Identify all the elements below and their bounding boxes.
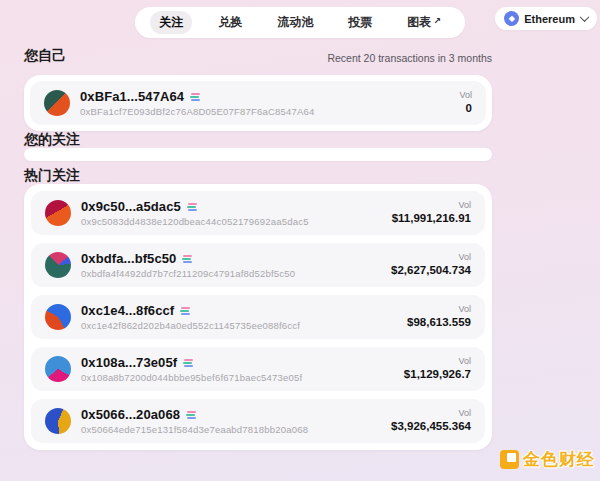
scan-icon[interactable] [190,93,200,101]
external-link-icon: ↗ [433,16,441,26]
transactions-note: Recent 20 transactions in 3 months [327,52,492,64]
volume-block: Vol $1,129,926.7 [404,356,471,382]
tab-charts[interactable]: 图表 ↗ [398,11,450,34]
account-avatar [45,200,71,226]
chevron-down-icon [580,12,590,22]
scan-icon[interactable] [183,359,193,367]
address-short: 0xc1e4...8f6ccf [81,303,174,318]
vol-label: Vol [391,408,471,419]
following-empty-bar [24,148,492,161]
address-short: 0xBFa1...547A64 [80,89,184,104]
account-avatar [45,356,71,382]
network-selector[interactable]: ◆ Ethereum [495,7,597,30]
golden-finance-logo-icon [500,450,519,469]
tab-label: 关注 [159,14,183,31]
watermark: 金色财经 [500,448,595,471]
popular-list: 0x9c50...a5dac5 0x9c5083dd4838e120dbeac4… [24,184,492,450]
vol-label: Vol [404,356,471,367]
account-row[interactable]: 0x5066...20a068 0x50664ede715e131f584d3e… [31,399,485,443]
address-full: 0x50664ede715e131f584d3e7eaabd7818bb20a0… [81,424,308,435]
address-full: 0xc1e42f862d202b4a0ed552c1145735ee088f6c… [81,320,300,331]
tab-vote[interactable]: 投票 [339,11,381,34]
tab-label: 流动池 [277,14,313,31]
account-row[interactable]: 0x108a...73e05f 0x108a8b7200d044bbbe95be… [31,347,485,391]
address-short: 0x5066...20a068 [81,407,180,422]
account-row[interactable]: 0xbdfa...bf5c50 0xbdfa4f4492dd7b7cf21120… [31,243,485,287]
account-row[interactable]: 0x9c50...a5dac5 0x9c5083dd4838e120dbeac4… [31,191,485,235]
address-block: 0xc1e4...8f6ccf 0xc1e42f862d202b4a0ed552… [81,303,300,331]
popular-section-title: 热门关注 [24,167,492,184]
tab-label: 图表 [407,14,431,31]
address-full: 0xBFa1cf7E093dBf2c76A8D05E07F87F6aC8547A… [80,106,314,117]
vol-value: $2,627,504.734 [391,263,471,277]
address-block: 0x108a...73e05f 0x108a8b7200d044bbbe95be… [81,355,302,383]
following-section-title: 您的关注 [24,131,492,148]
address-short: 0xbdfa...bf5c50 [81,251,176,266]
tab-label: 投票 [348,14,372,31]
vol-value: $98,613.559 [407,315,471,329]
scan-icon[interactable] [186,411,196,419]
vol-label: Vol [459,90,472,101]
ethereum-icon: ◆ [504,11,519,26]
volume-block: Vol $11,991,216.91 [392,200,471,226]
address-full: 0x9c5083dd4838e120dbeac44c052179692aa5da… [81,216,309,227]
self-section-header: 您自己 Recent 20 transactions in 3 months [24,47,492,64]
volume-block: Vol $2,627,504.734 [391,252,471,278]
network-label: Ethereum [524,13,575,25]
volume-block: Vol $3,926,455.364 [391,408,471,434]
scan-icon[interactable] [187,203,197,211]
vol-label: Vol [407,304,471,315]
vol-value: 0 [459,101,472,115]
volume-block: Vol 0 [459,90,472,116]
vol-value: $11,991,216.91 [392,211,471,225]
self-avatar [44,90,70,116]
volume-block: Vol $98,613.559 [407,304,471,330]
tab-pool[interactable]: 流动池 [268,11,322,34]
account-avatar [45,252,71,278]
tab-swap[interactable]: 兑换 [209,11,251,34]
address-short: 0x108a...73e05f [81,355,177,370]
watermark-text: 金色财经 [523,448,595,471]
page: 关注 兑换 流动池 投票 图表 ↗ ◆ Ethereum 您自己 Recent … [0,0,600,481]
address-block: 0xbdfa...bf5c50 0xbdfa4f4492dd7b7cf21120… [81,251,295,279]
account-row[interactable]: 0xc1e4...8f6ccf 0xc1e42f862d202b4a0ed552… [31,295,485,339]
address-full: 0xbdfa4f4492dd7b7cf211209c4791af8d52bf5c… [81,268,295,279]
self-account-row[interactable]: 0xBFa1...547A64 0xBFa1cf7E093dBf2c76A8D0… [30,81,486,125]
address-short: 0x9c50...a5dac5 [81,199,181,214]
content-column: 您自己 Recent 20 transactions in 3 months 0… [24,47,492,450]
tab-follow[interactable]: 关注 [150,11,192,34]
scan-icon[interactable] [180,307,190,315]
address-block: 0x5066...20a068 0x50664ede715e131f584d3e… [81,407,308,435]
address-block: 0x9c50...a5dac5 0x9c5083dd4838e120dbeac4… [81,199,309,227]
account-avatar [45,304,71,330]
vol-label: Vol [391,252,471,263]
main-nav: 关注 兑换 流动池 投票 图表 ↗ [135,7,465,38]
ethereum-diamond-glyph: ◆ [509,15,515,23]
vol-value: $3,926,455.364 [391,419,471,433]
address-full: 0x108a8b7200d044bbbe95bef6f671baec5473e0… [81,372,302,383]
address-block: 0xBFa1...547A64 0xBFa1cf7E093dBf2c76A8D0… [80,89,314,117]
tab-label: 兑换 [218,14,242,31]
vol-label: Vol [392,200,471,211]
account-avatar [45,408,71,434]
vol-value: $1,129,926.7 [404,367,471,381]
self-section-title: 您自己 [24,47,66,64]
self-account-card: 0xBFa1...547A64 0xBFa1cf7E093dBf2c76A8D0… [24,75,492,131]
scan-icon[interactable] [182,255,192,263]
top-bar: 关注 兑换 流动池 投票 图表 ↗ ◆ Ethereum [0,0,600,34]
